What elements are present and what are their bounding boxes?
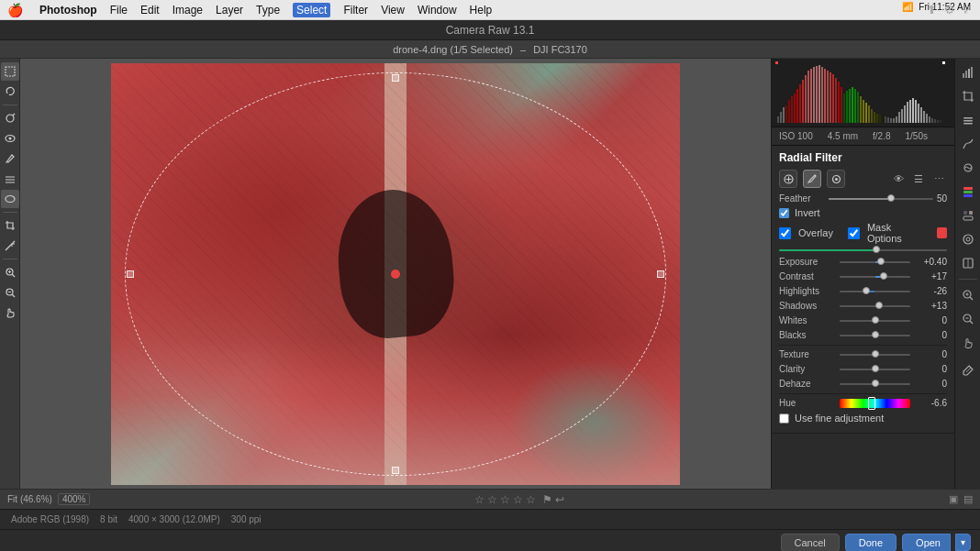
invert-row: Invert — [779, 207, 947, 218]
rt-detail-icon[interactable] — [958, 158, 978, 178]
tool-redeye[interactable] — [1, 129, 19, 148]
rotate-icon[interactable]: ↩ — [555, 493, 564, 506]
rf-more-icon[interactable]: ⋯ — [930, 171, 947, 187]
tool-graduated-filter[interactable] — [1, 170, 19, 188]
svg-rect-57 — [879, 115, 881, 123]
rt-basic-icon[interactable] — [958, 110, 978, 130]
svg-rect-100 — [963, 211, 967, 215]
mask-color-swatch[interactable] — [937, 227, 947, 238]
rt-eyedrop-icon[interactable] — [958, 360, 978, 380]
rt-lens-icon[interactable] — [958, 229, 978, 249]
share-icon[interactable]: ⬆ — [927, 3, 937, 17]
tool-zoom-out[interactable] — [1, 283, 19, 302]
menu-item-type[interactable]: Type — [256, 4, 280, 17]
star-4[interactable]: ☆ — [513, 493, 523, 506]
rf-edit-button[interactable] — [803, 170, 821, 188]
svg-rect-49 — [857, 92, 859, 123]
shadows-slider-row: Shadows +13 — [779, 301, 947, 311]
menu-item-help[interactable]: Help — [470, 4, 493, 17]
exposure-slider[interactable] — [840, 261, 910, 263]
menu-item-layer[interactable]: Layer — [216, 4, 243, 17]
fine-adjustment-row: Use fine adjustment — [779, 413, 947, 424]
footer-bar: Cancel Done Open ▾ — [0, 529, 980, 551]
menu-item-view[interactable]: View — [381, 4, 405, 17]
hue-slider[interactable] — [840, 399, 910, 408]
svg-rect-58 — [882, 116, 884, 123]
cancel-button[interactable]: Cancel — [781, 534, 840, 552]
open-arrow-button[interactable]: ▾ — [955, 534, 971, 551]
star-5[interactable]: ☆ — [526, 493, 536, 506]
compare-view-icon[interactable]: ▤ — [963, 493, 973, 505]
rt-crop-icon[interactable] — [958, 86, 978, 106]
rt-transform-icon[interactable] — [958, 253, 978, 273]
tool-spot[interactable] — [1, 109, 19, 127]
file-subtitle: drone-4.dng (1/5 Selected) – DJI FC3170 — [0, 40, 980, 59]
menu-item-select[interactable]: Select — [293, 3, 330, 17]
tool-zoom-in[interactable] — [1, 263, 19, 281]
rt-histogram-icon[interactable] — [958, 62, 978, 83]
tool-marquee[interactable] — [1, 62, 19, 81]
rt-curve-icon[interactable] — [958, 134, 978, 154]
overlay-checkbox[interactable] — [779, 227, 791, 239]
tool-adjustment-brush[interactable] — [1, 149, 19, 168]
rt-hand-icon[interactable] — [958, 333, 978, 353]
clarity-slider[interactable] — [840, 369, 910, 370]
flag-icon[interactable]: ⚑ — [542, 493, 552, 506]
svg-rect-90 — [965, 71, 967, 78]
highlights-slider[interactable] — [840, 291, 910, 292]
rt-split-icon[interactable] — [958, 205, 978, 226]
menu-item-edit[interactable]: Edit — [140, 4, 160, 17]
menu-item-filter[interactable]: Filter — [343, 4, 368, 17]
rf-brush-button[interactable] — [827, 170, 845, 188]
menu-item-file[interactable]: File — [110, 4, 128, 17]
tool-hand[interactable] — [1, 303, 19, 322]
tool-lasso[interactable] — [1, 83, 19, 101]
titlebar: Camera Raw 13.1 ⬆ ⚙ ⤢ — [0, 20, 980, 40]
svg-rect-20 — [777, 116, 779, 123]
tool-straighten[interactable] — [1, 237, 19, 255]
menu-item-window[interactable]: Window — [418, 4, 457, 17]
rt-zoomout-icon[interactable] — [958, 309, 978, 329]
canvas-area[interactable] — [20, 59, 771, 489]
dehaze-slider[interactable] — [840, 383, 910, 385]
zoom-label: Fit (46.6%) — [7, 494, 52, 504]
invert-checkbox[interactable] — [779, 208, 789, 218]
svg-rect-91 — [968, 69, 970, 78]
rt-hsl-icon[interactable] — [958, 182, 978, 202]
mask-options-checkbox[interactable] — [848, 227, 860, 239]
tool-radial-filter[interactable] — [1, 190, 19, 208]
settings-icon[interactable]: ⚙ — [944, 3, 955, 17]
svg-rect-40 — [832, 74, 834, 123]
rf-eye-icon[interactable]: 👁 — [890, 171, 907, 187]
star-1[interactable]: ☆ — [474, 493, 484, 506]
shadows-slider[interactable] — [840, 305, 910, 307]
texture-slider[interactable] — [840, 354, 910, 356]
whites-slider[interactable] — [840, 320, 910, 322]
done-button[interactable]: Done — [845, 534, 896, 552]
rf-new-button[interactable] — [779, 170, 797, 188]
svg-line-2 — [13, 114, 15, 116]
contrast-slider[interactable] — [840, 276, 910, 278]
svg-rect-25 — [791, 96, 793, 123]
svg-rect-82 — [942, 61, 945, 64]
open-button[interactable]: Open — [902, 534, 951, 552]
svg-rect-36 — [821, 67, 823, 123]
blacks-slider[interactable] — [840, 335, 910, 336]
star-2[interactable]: ☆ — [487, 493, 497, 506]
svg-rect-51 — [863, 100, 864, 123]
svg-rect-39 — [830, 72, 831, 123]
rt-zoomin-icon[interactable] — [958, 285, 978, 305]
tool-crop[interactable] — [1, 216, 19, 235]
zoom-stepper[interactable]: 400% — [58, 493, 91, 505]
feather-slider[interactable] — [829, 198, 933, 200]
wifi-icon: 📶 — [902, 2, 913, 12]
fullscreen-icon[interactable]: ⤢ — [963, 3, 973, 17]
rf-list-icon[interactable]: ☰ — [910, 171, 927, 187]
star-3[interactable]: ☆ — [500, 493, 510, 506]
svg-rect-59 — [885, 116, 886, 123]
single-view-icon[interactable]: ▣ — [949, 493, 958, 505]
apple-icon[interactable]: 🍎 — [7, 3, 23, 17]
menu-item-image[interactable]: Image — [173, 4, 203, 17]
svg-rect-32 — [810, 69, 812, 123]
fine-adjustment-checkbox[interactable] — [779, 413, 789, 424]
